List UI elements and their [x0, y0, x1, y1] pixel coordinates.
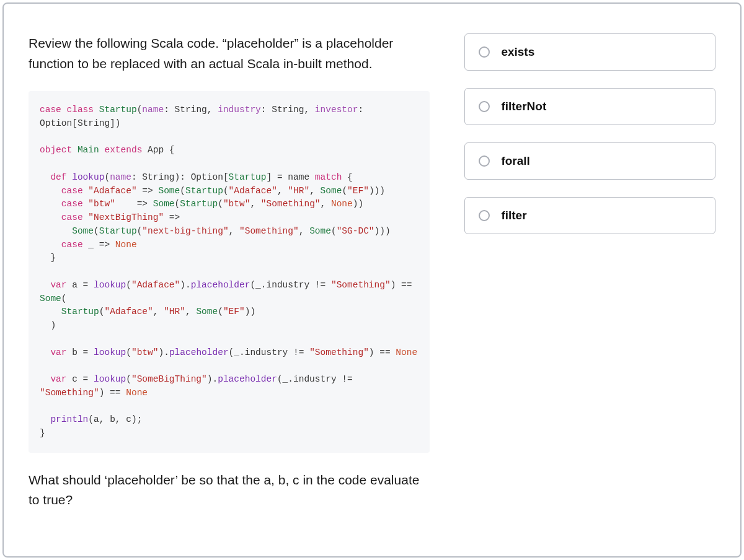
radio-icon — [479, 101, 490, 112]
quiz-card: Review the following Scala code. “placeh… — [2, 2, 742, 558]
option-label: filterNot — [501, 100, 546, 113]
option-exists[interactable]: exists — [464, 33, 715, 71]
question-intro: Review the following Scala code. “placeh… — [29, 33, 430, 74]
option-filter[interactable]: filter — [464, 197, 715, 234]
option-label: filter — [501, 209, 526, 222]
option-label: forall — [501, 154, 529, 168]
option-label: exists — [501, 45, 534, 59]
options-column: exists filterNot forall filter — [464, 33, 715, 527]
radio-icon — [479, 46, 490, 58]
question-column: Review the following Scala code. “placeh… — [29, 33, 430, 527]
option-filternot[interactable]: filterNot — [464, 88, 715, 125]
option-forall[interactable]: forall — [464, 142, 715, 180]
radio-icon — [479, 210, 490, 221]
radio-icon — [479, 155, 490, 167]
code-block: case class Startup(name: String, industr… — [29, 91, 430, 453]
question-followup: What should ‘placeholder’ be so that the… — [29, 470, 430, 510]
